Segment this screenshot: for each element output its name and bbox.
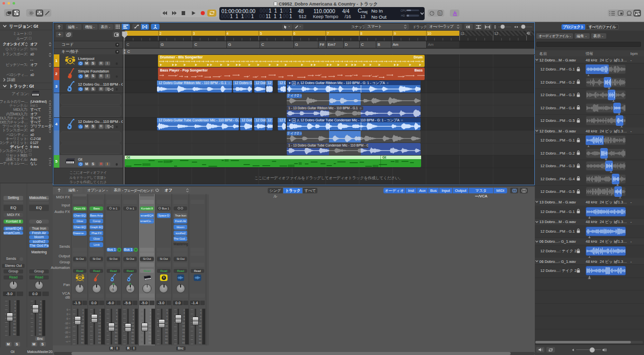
svg-text:30: 30 bbox=[148, 331, 151, 334]
svg-text:3: 3 bbox=[183, 312, 185, 314]
svg-text:-25: -25 bbox=[64, 336, 68, 338]
svg-text:18: 18 bbox=[115, 325, 117, 327]
svg-text:60: 60 bbox=[166, 341, 168, 344]
svg-text:0: 0 bbox=[167, 309, 168, 311]
svg-text:9: 9 bbox=[133, 318, 134, 321]
svg-text:3: 3 bbox=[133, 312, 134, 314]
svg-text:30: 30 bbox=[82, 331, 84, 334]
svg-text:60: 60 bbox=[39, 333, 41, 335]
svg-text:30: 30 bbox=[39, 323, 41, 325]
svg-text:24: 24 bbox=[115, 328, 117, 331]
svg-text:60: 60 bbox=[182, 341, 185, 344]
svg-text:0: 0 bbox=[15, 300, 16, 303]
svg-text:40: 40 bbox=[82, 335, 84, 337]
svg-text:50: 50 bbox=[115, 338, 117, 340]
svg-text:18: 18 bbox=[148, 325, 151, 327]
svg-text:0: 0 bbox=[149, 309, 151, 311]
svg-text:30: 30 bbox=[182, 331, 185, 334]
svg-text:30: 30 bbox=[115, 331, 117, 334]
svg-text:24: 24 bbox=[148, 328, 151, 331]
svg-text:40: 40 bbox=[13, 326, 16, 329]
svg-text:6: 6 bbox=[133, 315, 134, 318]
svg-text:-5: -5 bbox=[66, 318, 68, 320]
svg-text:60: 60 bbox=[199, 341, 201, 344]
svg-text:6: 6 bbox=[15, 307, 16, 309]
svg-text:24: 24 bbox=[98, 328, 101, 331]
svg-text:3: 3 bbox=[116, 312, 118, 314]
svg-text:40: 40 bbox=[182, 335, 185, 337]
svg-text:40: 40 bbox=[148, 335, 151, 337]
svg-text:6: 6 bbox=[40, 307, 42, 309]
svg-text:24: 24 bbox=[166, 328, 168, 331]
svg-text:3: 3 bbox=[15, 303, 16, 306]
svg-text:12: 12 bbox=[39, 313, 41, 316]
svg-text:3: 3 bbox=[83, 312, 84, 314]
svg-text:3: 3 bbox=[149, 312, 151, 314]
svg-text:24: 24 bbox=[82, 328, 84, 331]
svg-text:3: 3 bbox=[200, 312, 202, 314]
svg-text:0: 0 bbox=[66, 313, 68, 316]
svg-text:6: 6 bbox=[66, 309, 68, 311]
svg-text:30: 30 bbox=[199, 331, 201, 334]
svg-text:50: 50 bbox=[13, 329, 16, 332]
svg-text:50: 50 bbox=[82, 338, 84, 340]
svg-text:12: 12 bbox=[13, 313, 16, 316]
svg-text:24: 24 bbox=[132, 328, 134, 331]
svg-text:9: 9 bbox=[99, 318, 101, 321]
svg-text:9: 9 bbox=[40, 310, 42, 312]
svg-text:6: 6 bbox=[99, 315, 101, 318]
svg-text:9: 9 bbox=[116, 318, 118, 321]
svg-text:0: 0 bbox=[133, 309, 134, 311]
svg-text:50: 50 bbox=[166, 338, 168, 340]
svg-text:12: 12 bbox=[115, 322, 117, 324]
svg-text:24: 24 bbox=[182, 328, 185, 331]
svg-text:-∞: -∞ bbox=[65, 340, 68, 343]
svg-text:24: 24 bbox=[199, 328, 201, 331]
svg-text:12: 12 bbox=[132, 322, 134, 324]
svg-text:40: 40 bbox=[98, 335, 101, 337]
svg-text:9: 9 bbox=[15, 310, 16, 312]
svg-text:18: 18 bbox=[132, 325, 134, 327]
svg-text:-10: -10 bbox=[64, 322, 68, 325]
svg-text:0: 0 bbox=[40, 300, 42, 303]
svg-text:9: 9 bbox=[149, 318, 151, 321]
svg-text:3: 3 bbox=[99, 312, 101, 314]
svg-text:40: 40 bbox=[39, 326, 41, 329]
svg-text:50: 50 bbox=[199, 338, 201, 340]
svg-text:6: 6 bbox=[149, 315, 151, 318]
svg-text:50: 50 bbox=[148, 338, 151, 340]
svg-text:9: 9 bbox=[167, 318, 168, 321]
svg-text:9: 9 bbox=[183, 318, 185, 321]
svg-text:9: 9 bbox=[200, 318, 202, 321]
svg-text:60: 60 bbox=[115, 341, 117, 344]
svg-text:60: 60 bbox=[148, 341, 151, 344]
svg-text:0: 0 bbox=[116, 309, 118, 311]
svg-text:60: 60 bbox=[98, 341, 101, 344]
svg-text:18: 18 bbox=[98, 325, 101, 327]
svg-text:12: 12 bbox=[148, 322, 151, 324]
svg-text:30: 30 bbox=[132, 331, 134, 334]
svg-text:-15: -15 bbox=[64, 327, 68, 329]
svg-text:12: 12 bbox=[82, 322, 84, 324]
svg-text:0: 0 bbox=[200, 309, 202, 311]
svg-text:40: 40 bbox=[199, 335, 201, 337]
svg-text:0: 0 bbox=[83, 309, 84, 311]
svg-text:40: 40 bbox=[132, 335, 134, 337]
svg-text:3: 3 bbox=[40, 303, 42, 306]
svg-text:12: 12 bbox=[166, 322, 168, 324]
svg-text:6: 6 bbox=[183, 315, 185, 318]
svg-text:40: 40 bbox=[115, 335, 117, 337]
svg-text:24: 24 bbox=[39, 320, 41, 322]
svg-text:3: 3 bbox=[167, 312, 168, 314]
svg-text:6: 6 bbox=[200, 315, 202, 318]
svg-text:50: 50 bbox=[39, 329, 41, 332]
svg-text:12: 12 bbox=[182, 322, 185, 324]
svg-text:18: 18 bbox=[13, 316, 16, 319]
svg-text:30: 30 bbox=[13, 323, 16, 325]
svg-text:30: 30 bbox=[98, 331, 101, 334]
svg-text:24: 24 bbox=[13, 320, 16, 322]
svg-text:12: 12 bbox=[199, 322, 201, 324]
svg-text:18: 18 bbox=[199, 325, 201, 327]
svg-text:30: 30 bbox=[166, 331, 168, 334]
svg-text:6: 6 bbox=[116, 315, 118, 318]
